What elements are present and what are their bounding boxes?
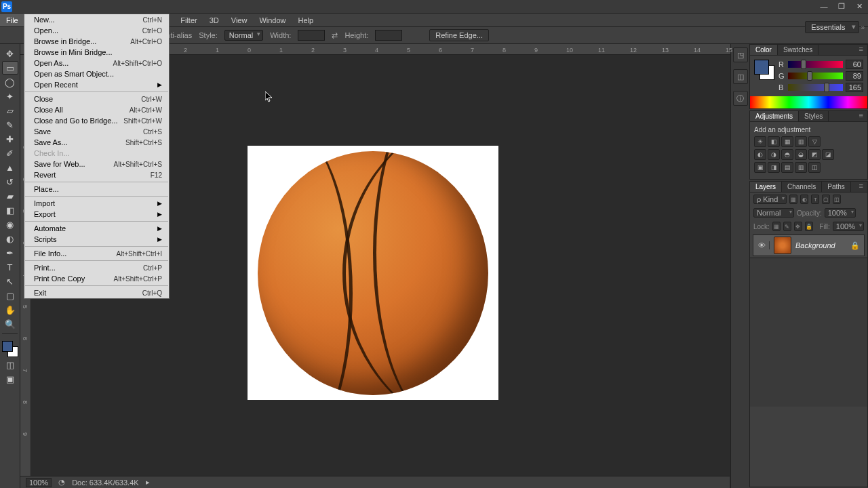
adjustment-icon[interactable]: ▦ — [781, 136, 793, 147]
history-brush-tool[interactable]: ↺ — [2, 175, 18, 188]
tab-adjustments[interactable]: Adjustments — [750, 111, 799, 121]
height-input[interactable] — [375, 30, 402, 41]
menu-3d[interactable]: 3D — [203, 14, 225, 26]
hand-tool[interactable]: ✋ — [2, 303, 18, 317]
file-menu-exit[interactable]: ExitCtrl+Q — [24, 287, 169, 298]
style-select[interactable]: Normal — [224, 30, 263, 41]
dodge-tool[interactable]: ◐ — [2, 232, 18, 245]
screen-mode-tool[interactable]: ▣ — [2, 372, 18, 386]
adjustment-icon[interactable]: ◐ — [754, 149, 766, 160]
adjustment-icon[interactable]: ▽ — [808, 136, 821, 147]
file-menu-scripts[interactable]: Scripts▶ — [24, 234, 169, 245]
crop-tool[interactable]: ▱ — [2, 104, 18, 117]
properties-panel-icon[interactable]: ◫ — [733, 69, 748, 84]
file-menu-open-recent[interactable]: Open Recent▶ — [24, 79, 169, 90]
pen-tool[interactable]: ✒ — [2, 246, 18, 260]
file-menu-browse-in-bridge---[interactable]: Browse in Bridge...Alt+Ctrl+O — [24, 36, 169, 47]
eyedropper-tool[interactable]: ✎ — [2, 118, 18, 131]
panel-menu-icon[interactable]: ≡ — [855, 182, 867, 192]
menu-help[interactable]: Help — [292, 14, 320, 26]
fill-select[interactable]: 100% — [833, 222, 864, 231]
file-menu-print---[interactable]: Print...Ctrl+P — [24, 262, 169, 273]
visibility-icon[interactable]: 👁 — [758, 241, 766, 249]
file-menu-revert[interactable]: RevertF12 — [24, 169, 169, 180]
file-menu-save[interactable]: SaveCtrl+S — [24, 126, 169, 137]
zoom-level[interactable]: 100% — [26, 478, 52, 487]
file-menu-import[interactable]: Import▶ — [24, 198, 169, 209]
panel-menu-icon[interactable]: ≡ — [855, 45, 867, 55]
adjustment-icon[interactable]: ▥ — [795, 162, 807, 173]
opacity-select[interactable]: 100% — [825, 208, 856, 218]
file-menu-automate[interactable]: Automate▶ — [24, 223, 169, 234]
color-slider-g[interactable]: G89 — [778, 71, 863, 81]
type-tool[interactable]: T — [2, 260, 18, 274]
file-menu-close-and-go-to-bridge---[interactable]: Close and Go to Bridge...Shift+Ctrl+W — [24, 115, 169, 126]
adjustment-icon[interactable]: ▣ — [754, 162, 766, 173]
filter-pixel[interactable]: ▦ — [789, 195, 797, 204]
brush-tool[interactable]: ✐ — [2, 146, 18, 160]
file-menu-place---[interactable]: Place... — [24, 184, 169, 195]
lock-image[interactable]: ✎ — [783, 222, 791, 231]
quick-mask-tool[interactable]: ◫ — [2, 358, 18, 371]
maximize-button[interactable]: ❐ — [833, 1, 850, 13]
refine-edge-button[interactable]: Refine Edge... — [429, 29, 489, 41]
color-slider-b[interactable]: B165 — [778, 83, 863, 92]
tab-color[interactable]: Color — [750, 45, 778, 55]
tab-layers[interactable]: Layers — [750, 182, 782, 192]
adjustment-icon[interactable]: ▤ — [781, 162, 793, 173]
adjustment-icon[interactable]: ◑ — [768, 149, 780, 160]
file-menu-save-as---[interactable]: Save As...Shift+Ctrl+S — [24, 137, 169, 148]
file-menu-open-as-smart-object---[interactable]: Open as Smart Object... — [24, 68, 169, 79]
filter-smart[interactable]: ◫ — [833, 195, 841, 204]
zoom-tool[interactable]: 🔍 — [2, 317, 18, 331]
file-menu-open-as---[interactable]: Open As...Alt+Shift+Ctrl+O — [24, 58, 169, 68]
filter-type[interactable]: T — [811, 195, 819, 204]
adjustment-icon[interactable]: ◫ — [808, 162, 821, 173]
blur-tool[interactable]: ◉ — [2, 218, 18, 231]
color-spectrum[interactable] — [750, 96, 867, 108]
clone-stamp-tool[interactable]: ▲ — [2, 161, 18, 174]
rectangle-tool[interactable]: ▢ — [2, 289, 18, 302]
adjustment-icon[interactable]: ◪ — [822, 149, 834, 160]
file-menu-export[interactable]: Export▶ — [24, 209, 169, 220]
file-menu-close[interactable]: CloseCtrl+W — [24, 94, 169, 104]
adjustment-icon[interactable]: ◩ — [808, 149, 821, 160]
channel-value[interactable]: 60 — [846, 60, 863, 69]
file-menu-open---[interactable]: Open...Ctrl+O — [24, 25, 169, 36]
color-swatch-tool[interactable] — [2, 341, 18, 357]
minimize-button[interactable]: — — [815, 1, 833, 13]
file-menu-close-all[interactable]: Close AllAlt+Ctrl+W — [24, 104, 169, 115]
status-arrow-icon[interactable]: ▸ — [146, 478, 150, 487]
filter-shape[interactable]: ▢ — [822, 195, 830, 204]
tab-styles[interactable]: Styles — [799, 111, 829, 121]
adjustment-icon[interactable]: ◓ — [781, 149, 793, 160]
tab-channels[interactable]: Channels — [782, 182, 822, 192]
document-canvas[interactable] — [248, 146, 498, 400]
channel-value[interactable]: 89 — [846, 71, 863, 81]
tab-swatches[interactable]: Swatches — [778, 45, 818, 55]
color-slider-r[interactable]: R60 — [778, 60, 863, 69]
magic-wand-tool[interactable]: ✦ — [2, 89, 18, 103]
layer-name-label[interactable]: Background — [795, 241, 850, 249]
lock-transparency[interactable]: ▦ — [772, 222, 781, 231]
workspace-switcher[interactable]: Essentials — [805, 21, 859, 33]
menu-view[interactable]: View — [225, 14, 254, 26]
info-panel-icon[interactable]: ⓘ — [733, 91, 748, 106]
file-menu-new---[interactable]: New...Ctrl+N — [24, 14, 169, 25]
file-menu-save-for-web---[interactable]: Save for Web...Alt+Shift+Ctrl+S — [24, 159, 169, 169]
move-tool[interactable]: ✥ — [2, 47, 18, 60]
panel-menu-icon[interactable]: ≡ — [855, 111, 867, 121]
filter-kind-select[interactable]: ρ Kind — [753, 195, 787, 204]
tab-paths[interactable]: Paths — [822, 182, 851, 192]
zoom-icon[interactable]: ◔ — [58, 478, 65, 487]
blend-mode-select[interactable]: Normal — [753, 208, 794, 218]
lock-position[interactable]: ✥ — [794, 222, 802, 231]
gradient-tool[interactable]: ◧ — [2, 203, 18, 217]
width-input[interactable] — [298, 30, 325, 41]
adjustment-icon[interactable]: ☀ — [754, 136, 766, 147]
swap-icon[interactable]: ⇄ — [332, 31, 338, 40]
history-panel-icon[interactable]: ◳ — [733, 47, 748, 62]
menu-window[interactable]: Window — [253, 14, 292, 26]
menu-filter[interactable]: Filter — [174, 14, 203, 26]
healing-brush-tool[interactable]: ✚ — [2, 132, 18, 146]
